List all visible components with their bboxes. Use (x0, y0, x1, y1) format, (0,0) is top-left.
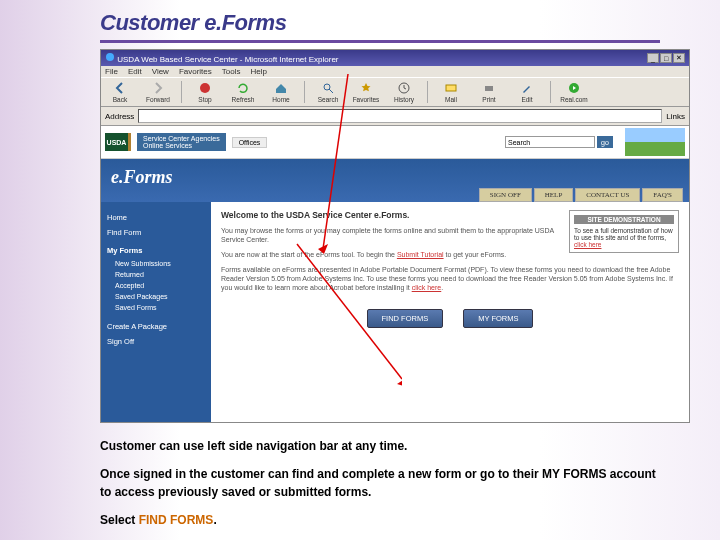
forward-icon (151, 81, 165, 95)
home-button[interactable]: Home (266, 81, 296, 103)
menu-help[interactable]: Help (250, 67, 266, 76)
window-title-text: USDA Web Based Service Center - Microsof… (117, 55, 338, 64)
header-photo (625, 128, 685, 156)
menu-tools[interactable]: Tools (222, 67, 241, 76)
left-sidebar: Home Find Form My Forms New Submissions … (101, 202, 211, 422)
demo-box: SITE DEMONSTRATION To see a full demonst… (569, 210, 679, 253)
nav-accepted[interactable]: Accepted (107, 280, 205, 291)
caption-3: Select FIND FORMS. (100, 511, 660, 529)
tab-contact[interactable]: CONTACT US (575, 188, 640, 202)
offices-tab[interactable]: Offices (232, 137, 268, 148)
annotation-arrow-2 (292, 239, 402, 389)
usda-header-bar: USDA Service Center Agencies Online Serv… (101, 126, 689, 159)
screenshot-container: USDA Web Based Service Center - Microsof… (100, 49, 660, 423)
play-icon (567, 81, 581, 95)
address-input[interactable] (138, 109, 662, 123)
menu-view[interactable]: View (152, 67, 169, 76)
submit-tutorial-link[interactable]: Submit Tutorial (397, 251, 444, 258)
refresh-button[interactable]: Refresh (228, 81, 258, 103)
menu-favorites[interactable]: Favorites (179, 67, 212, 76)
annotation-arrow-1 (318, 74, 358, 254)
site-search-input[interactable]: Search (505, 136, 595, 148)
nav-new-submissions[interactable]: New Submissions (107, 258, 205, 269)
nav-create-package[interactable]: Create A Package (107, 319, 205, 334)
window-titlebar: USDA Web Based Service Center - Microsof… (101, 50, 689, 66)
intro-paragraph-3: Forms available on eForms are presented … (221, 265, 679, 292)
usda-logo: USDA (105, 133, 131, 151)
home-icon (274, 81, 288, 95)
svg-rect-5 (446, 85, 456, 91)
mail-icon (444, 81, 458, 95)
forward-button[interactable]: Forward (143, 81, 173, 103)
nav-my-forms[interactable]: My Forms (107, 240, 205, 258)
history-icon (397, 81, 411, 95)
window-title: USDA Web Based Service Center - Microsof… (105, 52, 339, 64)
edit-icon (520, 81, 534, 95)
links-label: Links (666, 112, 685, 121)
my-forms-button[interactable]: MY FORMS (463, 309, 533, 328)
nav-saved-packages[interactable]: Saved Packages (107, 291, 205, 302)
caption-highlight: FIND FORMS (139, 513, 214, 527)
caption-1: Customer can use left side navigation ba… (100, 437, 660, 455)
click-here-link[interactable]: click here (412, 284, 442, 291)
maximize-button[interactable]: □ (660, 53, 672, 63)
menu-edit[interactable]: Edit (128, 67, 142, 76)
edit-button[interactable]: Edit (512, 81, 542, 103)
stop-icon (198, 81, 212, 95)
nav-find-form[interactable]: Find Form (107, 225, 205, 240)
eforms-logo-text: e.Forms (111, 167, 173, 187)
close-button[interactable]: ✕ (673, 53, 685, 63)
minimize-button[interactable]: _ (647, 53, 659, 63)
address-label: Address (105, 112, 134, 121)
history-button[interactable]: History (389, 81, 419, 103)
demo-heading: SITE DEMONSTRATION (574, 215, 674, 224)
realcom-button[interactable]: Real.com (559, 81, 589, 103)
demo-text: To see a full demonstration of how to us… (574, 227, 673, 241)
slide-title: Customer e.Forms (100, 10, 660, 43)
site-search-go-button[interactable]: go (597, 136, 613, 148)
nav-sign-off[interactable]: Sign Off (107, 334, 205, 349)
ie-icon (105, 52, 115, 62)
refresh-icon (236, 81, 250, 95)
svg-line-8 (323, 74, 348, 249)
menu-file[interactable]: File (105, 67, 118, 76)
address-bar: Address Links (101, 107, 689, 126)
svg-point-0 (106, 53, 114, 61)
print-button[interactable]: Print (474, 81, 504, 103)
svg-rect-6 (485, 86, 493, 91)
tab-signoff[interactable]: SIGN OFF (479, 188, 532, 202)
mail-button[interactable]: Mail (436, 81, 466, 103)
back-icon (113, 81, 127, 95)
star-icon (359, 81, 373, 95)
tab-help[interactable]: HELP (534, 188, 574, 202)
print-icon (482, 81, 496, 95)
service-center-tab[interactable]: Service Center Agencies Online Services (137, 133, 226, 151)
main-content: SITE DEMONSTRATION To see a full demonst… (211, 202, 689, 422)
stop-button[interactable]: Stop (190, 81, 220, 103)
back-button[interactable]: Back (105, 81, 135, 103)
svg-line-10 (297, 244, 402, 379)
slide-captions: Customer can use left side navigation ba… (100, 437, 660, 529)
nav-home[interactable]: Home (107, 210, 205, 225)
menu-bar: File Edit View Favorites Tools Help (101, 66, 689, 77)
demo-click-here-link[interactable]: click here (574, 241, 601, 248)
nav-saved-forms[interactable]: Saved Forms (107, 302, 205, 313)
toolbar: Back Forward Stop Refresh Home Search Fa… (101, 77, 689, 107)
tab-faqs[interactable]: FAQ'S (642, 188, 683, 202)
caption-2: Once signed in the customer can find and… (100, 465, 660, 501)
svg-point-1 (200, 83, 210, 93)
eforms-banner: e.Forms SIGN OFF HELP CONTACT US FAQ'S (101, 159, 689, 202)
nav-returned[interactable]: Returned (107, 269, 205, 280)
